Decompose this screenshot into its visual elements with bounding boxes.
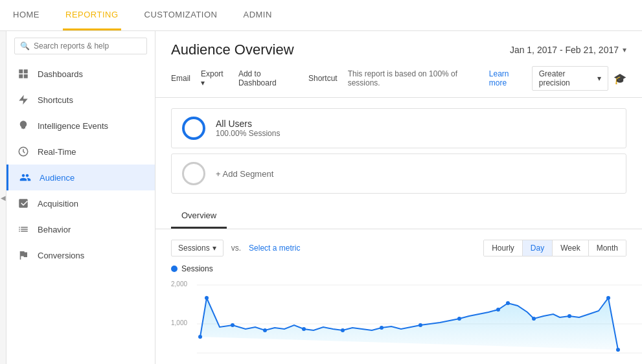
svg-point-17: [418, 323, 422, 327]
svg-point-18: [457, 317, 461, 321]
acquisition-icon: [17, 197, 30, 210]
add-segment-card[interactable]: + Add Segment: [171, 154, 626, 194]
flag-icon: [17, 249, 30, 262]
top-nav: HOME REPORTING CUSTOMIZATION ADMIN: [0, 0, 642, 31]
sidebar-item-dashboards-label: Dashboards: [38, 69, 83, 79]
chart-controls: Sessions ▾ vs. Select a metric Hourly Da…: [171, 240, 626, 256]
sidebar-item-audience-label: Audience: [40, 173, 75, 183]
svg-text:2,000: 2,000: [171, 280, 187, 288]
info-text: This report is based on 100% of sessions…: [348, 69, 484, 87]
page-header: Audience Overview Jan 1, 2017 - Feb 21, …: [155, 31, 642, 66]
segment-circle: [182, 117, 205, 140]
svg-rect-0: [19, 69, 23, 73]
sidebar-item-shortcuts-label: Shortcuts: [38, 95, 73, 105]
time-btn-week[interactable]: Week: [553, 240, 588, 256]
search-icon: 🔍: [20, 41, 30, 51]
main-content: Audience Overview Jan 1, 2017 - Feb 21, …: [155, 31, 642, 364]
behavior-icon: [17, 223, 30, 236]
segment-card-all-users: All Users 100.00% Sessions: [171, 108, 626, 148]
svg-rect-2: [19, 74, 23, 78]
sidebar: 🔍 Dashboards Shortcuts Intelligence Even…: [6, 31, 155, 364]
svg-point-22: [567, 314, 571, 318]
overview-tabs: Overview: [155, 204, 642, 229]
segment-area: All Users 100.00% Sessions + Add Segment: [155, 98, 642, 204]
precision-label: Greater precision: [539, 69, 595, 87]
shortcut-button[interactable]: Shortcut: [308, 74, 338, 83]
sidebar-item-behavior[interactable]: Behavior: [6, 216, 155, 242]
add-to-dashboard-button[interactable]: Add to Dashboard: [238, 69, 298, 87]
svg-point-23: [606, 296, 610, 300]
svg-point-19: [496, 308, 500, 312]
sessions-legend-label: Sessions: [181, 264, 213, 273]
time-buttons: Hourly Day Week Month: [483, 240, 626, 256]
sidebar-item-realtime-label: Real-Time: [38, 147, 76, 157]
export-button[interactable]: Export ▾: [201, 69, 228, 87]
precision-button[interactable]: Greater precision ▾: [532, 66, 608, 91]
learn-more-link[interactable]: Learn more: [489, 69, 527, 87]
nav-reporting[interactable]: REPORTING: [63, 1, 121, 30]
svg-point-12: [231, 323, 235, 327]
add-segment-button[interactable]: + Add Segment: [216, 169, 273, 179]
report-toolbar: Email Export ▾ Add to Dashboard Shortcut…: [155, 66, 642, 98]
nav-admin[interactable]: ADMIN: [240, 1, 274, 30]
svg-text:1,000: 1,000: [171, 319, 187, 326]
sidebar-item-dashboards[interactable]: Dashboards: [6, 61, 155, 87]
time-btn-day[interactable]: Day: [523, 240, 553, 256]
dropdown-icon: ▾: [597, 74, 601, 83]
nav-home[interactable]: HOME: [10, 1, 42, 30]
search-input[interactable]: [34, 41, 141, 51]
segment-info: All Users 100.00% Sessions: [216, 119, 280, 138]
date-range-label: Jan 1, 2017 - Feb 21, 2017: [510, 45, 619, 55]
select-metric-link[interactable]: Select a metric: [249, 244, 300, 253]
people-icon: [19, 171, 32, 184]
svg-point-11: [205, 296, 209, 300]
svg-point-14: [302, 327, 306, 331]
metric-dropdown-icon: ▾: [212, 244, 216, 253]
svg-rect-1: [24, 69, 28, 73]
sidebar-item-intelligence-label: Intelligence Events: [38, 121, 108, 131]
svg-point-21: [532, 317, 536, 321]
clock-icon: [17, 145, 30, 158]
sidebar-item-realtime[interactable]: Real-Time: [6, 139, 155, 165]
sidebar-item-conversions[interactable]: Conversions: [6, 242, 155, 268]
segment-pct: 100.00% Sessions: [216, 129, 280, 138]
svg-point-20: [506, 301, 510, 305]
segment-circle-add: [182, 162, 205, 185]
sidebar-item-behavior-label: Behavior: [38, 225, 71, 234]
svg-rect-3: [24, 74, 28, 78]
sidebar-item-acquisition-label: Acquisition: [38, 199, 78, 209]
nav-customization[interactable]: CUSTOMIZATION: [142, 1, 220, 30]
search-box[interactable]: 🔍: [14, 38, 147, 54]
sidebar-item-shortcuts[interactable]: Shortcuts: [6, 87, 155, 113]
chart-svg: 2,000 1,000: [171, 279, 642, 363]
sidebar-item-intelligence[interactable]: Intelligence Events: [6, 113, 155, 139]
email-button[interactable]: Email: [171, 74, 190, 83]
metric-select[interactable]: Sessions ▾: [171, 240, 224, 256]
sessions-dot: [171, 266, 178, 272]
graduation-icon[interactable]: 🎓: [613, 73, 626, 85]
dropdown-arrow-icon: ▾: [201, 78, 205, 87]
main-layout: ◀ 🔍 Dashboards Shortcuts Intelligenc: [0, 31, 642, 364]
chevron-left-icon: ◀: [1, 194, 6, 201]
time-btn-month[interactable]: Month: [589, 240, 626, 256]
svg-point-10: [198, 335, 202, 339]
grid-icon: [17, 67, 30, 80]
sidebar-toggle[interactable]: ◀: [0, 31, 6, 364]
sidebar-item-acquisition[interactable]: Acquisition: [6, 190, 155, 216]
time-btn-hourly[interactable]: Hourly: [484, 240, 523, 256]
sidebar-item-audience[interactable]: Audience: [6, 165, 155, 190]
sessions-legend: Sessions: [171, 264, 626, 273]
sidebar-item-conversions-label: Conversions: [38, 251, 84, 260]
date-range-picker[interactable]: Jan 1, 2017 - Feb 21, 2017 ▾: [510, 45, 626, 55]
svg-point-15: [341, 328, 345, 332]
vs-label: vs.: [231, 244, 241, 253]
tab-overview[interactable]: Overview: [171, 204, 227, 229]
lightbulb-icon: [17, 119, 30, 132]
chart-area: Sessions ▾ vs. Select a metric Hourly Da…: [155, 229, 642, 364]
page-title: Audience Overview: [171, 41, 294, 58]
segment-name: All Users: [216, 119, 280, 129]
svg-point-13: [263, 328, 267, 332]
svg-point-24: [616, 348, 620, 352]
toolbar-info: This report is based on 100% of sessions…: [348, 66, 626, 91]
shortcuts-icon: [17, 93, 30, 106]
